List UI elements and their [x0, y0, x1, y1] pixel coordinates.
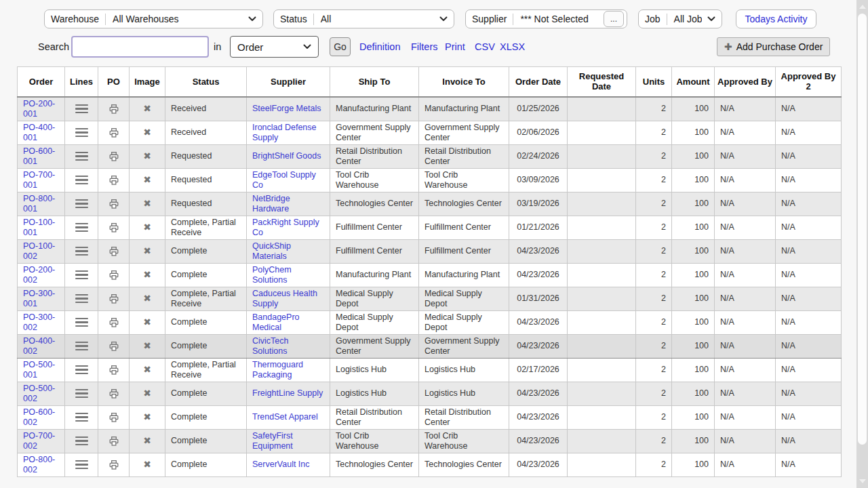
lines-icon[interactable] [75, 199, 88, 209]
x-icon[interactable]: ✖ [143, 103, 151, 114]
job-select[interactable]: Job All Jobs [638, 9, 722, 28]
lines-icon[interactable] [75, 294, 88, 304]
supplier-link[interactable]: SteelForge Metals [252, 104, 321, 113]
warehouse-select[interactable]: Warehouse All Warehouses [44, 9, 263, 28]
scroll-down-icon[interactable] [859, 479, 866, 483]
order-link[interactable]: PO-600-002 [23, 407, 55, 427]
todays-activity-button[interactable]: Todays Activity [736, 9, 816, 28]
order-link[interactable]: PO-300-002 [23, 312, 55, 332]
x-icon[interactable]: ✖ [143, 435, 151, 446]
lines-icon[interactable] [75, 460, 88, 470]
order-link[interactable]: PO-300-001 [23, 289, 55, 308]
supplier-link[interactable]: FreightLine Supply [252, 388, 323, 398]
x-icon[interactable]: ✖ [143, 174, 151, 185]
chevron-down-icon [707, 16, 715, 22]
search-field-select[interactable]: Order [230, 36, 319, 58]
printer-icon[interactable] [108, 317, 119, 328]
supplier-link[interactable]: Caduceus Health Supply [252, 289, 317, 308]
x-icon[interactable]: ✖ [143, 411, 151, 422]
go-button[interactable]: Go [330, 37, 351, 56]
printer-icon[interactable] [108, 365, 119, 375]
printer-icon[interactable] [108, 104, 119, 115]
printer-icon[interactable] [108, 175, 119, 186]
order-link[interactable]: PO-700-001 [23, 170, 55, 190]
lines-icon[interactable] [75, 389, 88, 399]
supplier-link[interactable]: QuickShip Materials [252, 241, 291, 261]
status-select[interactable]: Status All [273, 9, 454, 28]
printer-icon[interactable] [108, 151, 119, 162]
order-link[interactable]: PO-700-002 [23, 431, 55, 451]
scroll-up-icon[interactable] [859, 5, 866, 9]
x-icon[interactable]: ✖ [143, 127, 151, 138]
filters-link[interactable]: Filters [411, 36, 437, 58]
vertical-scrollbar[interactable] [856, 0, 868, 488]
supplier-link[interactable]: PolyChem Solutions [252, 265, 292, 285]
x-icon[interactable]: ✖ [143, 317, 151, 327]
printer-icon[interactable] [108, 199, 119, 209]
supplier-link[interactable]: TrendSet Apparel [252, 412, 318, 422]
x-icon[interactable]: ✖ [143, 198, 151, 209]
lines-icon[interactable] [75, 342, 88, 351]
add-purchase-order-button[interactable]: ✚ Add Purchase Order [717, 37, 830, 56]
lines-icon[interactable] [75, 104, 88, 114]
order-link[interactable]: PO-400-002 [23, 336, 55, 356]
printer-icon[interactable] [108, 388, 119, 399]
order-link[interactable]: PO-500-001 [23, 360, 55, 380]
xlsx-link[interactable]: XLSX [500, 36, 525, 58]
x-icon[interactable]: ✖ [143, 269, 151, 280]
supplier-link[interactable]: PackRight Supply Co [252, 218, 319, 237]
supplier-link[interactable]: EdgeTool Supply Co [252, 170, 316, 190]
lines-icon[interactable] [75, 318, 88, 327]
order-link[interactable]: PO-800-001 [23, 194, 55, 214]
order-link[interactable]: PO-600-001 [23, 146, 55, 166]
print-link[interactable]: Print [445, 36, 465, 58]
lines-icon[interactable] [75, 176, 88, 185]
supplier-link[interactable]: Ironclad Defense Supply [252, 123, 317, 142]
printer-icon[interactable] [108, 341, 119, 352]
order-link[interactable]: PO-100-001 [23, 218, 55, 237]
printer-icon[interactable] [108, 270, 119, 281]
order-link[interactable]: PO-200-001 [23, 99, 55, 119]
definition-link[interactable]: Definition [359, 36, 400, 58]
printer-icon[interactable] [108, 293, 119, 304]
printer-icon[interactable] [108, 460, 119, 470]
supplier-link[interactable]: ServerVault Inc [252, 460, 310, 469]
supplier-link[interactable]: CivicTech Solutions [252, 336, 289, 356]
order-link[interactable]: PO-100-002 [23, 241, 55, 261]
lines-icon[interactable] [75, 270, 88, 280]
supplier-link[interactable]: BandagePro Medical [252, 312, 300, 332]
x-icon[interactable]: ✖ [143, 293, 151, 304]
x-icon[interactable]: ✖ [143, 364, 151, 375]
supplier-browse-button[interactable]: ... [604, 11, 624, 27]
order-link[interactable]: PO-200-002 [23, 265, 55, 285]
printer-icon[interactable] [108, 127, 119, 138]
lines-icon[interactable] [75, 152, 88, 161]
x-icon[interactable]: ✖ [143, 150, 151, 161]
order-link[interactable]: PO-400-001 [23, 123, 55, 142]
supplier-link[interactable]: NetBridge Hardware [252, 194, 290, 214]
lines-icon[interactable] [75, 413, 88, 422]
supplier-link[interactable]: SafetyFirst Equipment [252, 431, 293, 451]
lines-icon[interactable] [75, 436, 88, 446]
x-icon[interactable]: ✖ [143, 222, 151, 232]
supplier-link[interactable]: Thermoguard Packaging [252, 360, 303, 380]
x-icon[interactable]: ✖ [143, 245, 151, 256]
lines-icon[interactable] [75, 365, 88, 375]
x-icon[interactable]: ✖ [143, 388, 151, 399]
search-input[interactable] [71, 36, 209, 58]
order-link[interactable]: PO-800-002 [23, 455, 55, 474]
supplier-field[interactable]: Supplier *** Not Selected ... [465, 9, 627, 28]
lines-icon[interactable] [75, 223, 88, 232]
printer-icon[interactable] [108, 412, 119, 423]
lines-icon[interactable] [75, 247, 88, 256]
printer-icon[interactable] [108, 246, 119, 257]
printer-icon[interactable] [108, 436, 119, 447]
scrollbar-thumb[interactable] [858, 14, 867, 445]
x-icon[interactable]: ✖ [143, 340, 151, 351]
lines-icon[interactable] [75, 128, 88, 138]
x-icon[interactable]: ✖ [143, 459, 151, 470]
printer-icon[interactable] [108, 222, 119, 233]
order-link[interactable]: PO-500-002 [23, 384, 55, 403]
csv-link[interactable]: CSV [475, 36, 495, 58]
supplier-link[interactable]: BrightShelf Goods [252, 151, 321, 161]
